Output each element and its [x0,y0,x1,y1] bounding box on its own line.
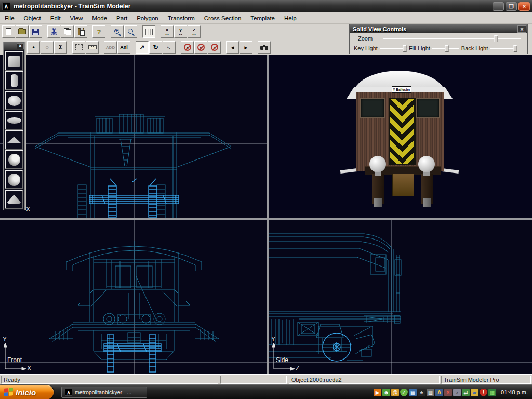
network-places-tray-icon[interactable]: ▦ [409,389,417,396]
sync-tray-icon[interactable]: ⇄ [462,389,470,396]
start-button[interactable]: Inicio [0,385,54,399]
back-light-slider[interactable] [490,45,517,52]
title-bar: ∧ metropolitanbickyer - TrainSim Modeler… [0,0,532,12]
zoom-in-button[interactable]: + [111,25,124,38]
antivirus-ok-tray-icon[interactable]: ✓ [400,389,408,396]
viewport-front-wireframe[interactable]: Y Front X [0,220,267,374]
menu-transform[interactable]: Transform [163,14,200,23]
select-rect-button[interactable] [72,41,85,54]
copy-button[interactable] [61,25,74,38]
menu-polygon[interactable]: Polygon [132,14,163,23]
viewport-splitter-horizontal[interactable] [0,218,532,220]
cylinder-tool-button[interactable] [5,71,23,90]
wedge-tool-button[interactable] [5,130,23,150]
lock-z-button[interactable]: z [208,41,221,54]
fill-light-slider-thumb[interactable] [445,45,449,52]
loco-foot-left [374,198,382,207]
network-offline-tray-icon[interactable]: × [444,389,452,396]
point-icon: • [32,44,34,51]
palette-close-button[interactable]: × [17,43,24,49]
animate-button[interactable]: Ani [117,41,130,54]
menu-file[interactable]: File [0,14,19,23]
quick-launch-tray-icon[interactable]: ▩ [488,389,496,396]
tray-clock[interactable]: 01:48 p.m. [501,389,528,395]
find-button[interactable] [258,41,271,54]
sigma-button[interactable]: Σ [54,41,67,54]
scale-tool-button[interactable]: ↔ [163,41,176,54]
zoom-slider[interactable] [383,35,521,42]
save-button[interactable] [29,25,42,38]
grid-toggle-button[interactable] [142,25,155,38]
loco-coupling-box [392,174,414,196]
box-tool-button[interactable] [5,51,23,71]
mirror-z-button[interactable]: z↔ [188,25,201,38]
menu-edit[interactable]: Edit [46,14,65,23]
menu-object[interactable]: Object [19,14,46,23]
measure-button[interactable] [86,41,99,54]
help-button[interactable]: ? [92,25,105,38]
zoom-slider-thumb[interactable] [495,35,498,42]
primitives-palette: × [3,42,25,210]
star-tray-icon[interactable]: ★ [418,389,425,396]
open-button[interactable] [16,25,29,38]
next-button[interactable]: ► [240,41,252,54]
messenger-tray-icon[interactable]: ☻ [382,389,390,396]
menu-mode[interactable]: Mode [87,14,112,23]
cut-button[interactable] [47,25,60,38]
viewport-top-left-wireframe[interactable]: X [0,55,267,218]
update-tray-icon[interactable]: @ [391,389,399,396]
sphere-tool-button[interactable] [5,91,23,110]
open-folder-icon [18,29,26,34]
volume-tray-icon[interactable]: ♪ [453,389,461,396]
add-button[interactable]: ADD [104,41,117,54]
media-player-tray-icon[interactable]: ▶ [374,389,381,396]
prev-button[interactable]: ◄ [226,41,239,54]
lock-x-button[interactable]: x [181,41,194,54]
fill-light-slider[interactable] [432,45,459,52]
security-alert-tray-icon[interactable]: ! [480,389,487,396]
mirror-x-button[interactable]: x↔ [161,25,174,38]
move-arrow-icon: ↗ [139,44,144,51]
lock-y-button[interactable]: y [194,41,207,54]
geosphere-tool-button[interactable] [5,150,23,169]
menu-view[interactable]: View [65,14,88,23]
solid-view-controls-titlebar[interactable]: Solid View Controls × [350,24,527,33]
viewport-splitter-vertical[interactable] [267,55,269,374]
network-warning-tray-icon[interactable]: A [435,389,443,396]
restore-button[interactable]: ❐ [506,2,517,11]
point-button[interactable]: • [27,41,40,54]
menu-help[interactable]: Help [280,14,301,23]
menu-cross-section[interactable]: Cross Section [200,14,246,23]
circle-button[interactable]: ○ [41,41,54,54]
key-light-slider-thumb[interactable] [403,45,407,52]
device-tray-icon[interactable]: ▥ [427,389,434,396]
mirror-z-icon: z↔ [192,28,197,35]
zoom-out-button[interactable]: - [124,25,137,38]
rotate-tool-button[interactable]: ↻ [149,41,162,54]
folder-tray-icon[interactable]: ▰ [471,389,478,396]
axis-y-label-side: Y [271,336,275,343]
move-tool-button[interactable]: ↗ [136,41,149,54]
viewport-solid-3d[interactable]: Y Ballester [269,55,532,218]
key-light-slider[interactable] [380,45,407,52]
cone-tool-button[interactable] [5,190,23,209]
disc-tool-button[interactable] [5,111,23,130]
disc-icon [7,117,21,124]
dome-tool-button[interactable] [5,170,23,189]
minimize-button[interactable]: _ [493,2,504,11]
paste-button[interactable] [74,25,87,38]
menu-bar: File Object Edit View Mode Part Polygon … [0,12,532,24]
back-light-slider-thumb[interactable] [513,45,517,52]
new-document-icon [6,28,11,35]
primitives-palette-titlebar[interactable]: × [4,42,24,50]
status-bar: Ready Object:2000:rueda2 TrainSim Modele… [0,374,532,384]
prev-icon: ◄ [230,45,235,50]
viewport-side-wireframe[interactable]: Y Side Z [269,220,532,374]
new-button[interactable] [2,25,15,38]
taskbar-app-button[interactable]: ∧ metropolitanbickyer - ... [61,387,147,398]
menu-template[interactable]: Template [246,14,280,23]
close-button[interactable]: × [518,2,530,11]
solid-view-controls-close-button[interactable]: × [517,25,526,33]
mirror-y-button[interactable]: y↔ [174,25,187,38]
menu-part[interactable]: Part [112,14,132,23]
